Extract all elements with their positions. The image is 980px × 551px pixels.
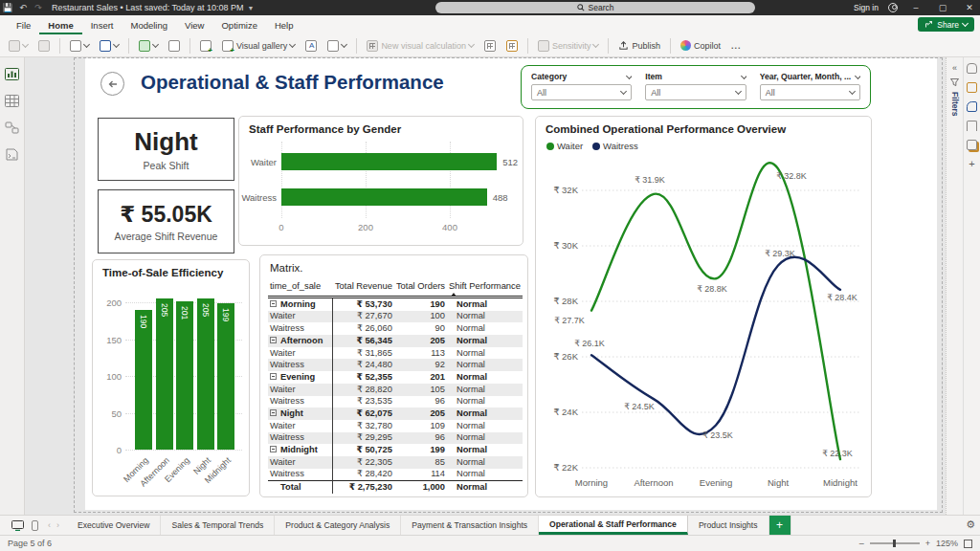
slicer-header[interactable]: Item (645, 72, 746, 81)
peak-shift-card[interactable]: Night Peak Shift (98, 118, 234, 181)
fit-to-page-icon[interactable] (964, 540, 972, 548)
save-icon[interactable]: 💾 (0, 3, 15, 12)
prev-page-arrow-icon[interactable]: ‹ (48, 520, 51, 530)
report-canvas[interactable]: Operational & Staff Performance Category… (25, 57, 946, 515)
efficiency-column-chart[interactable]: Time-of-Sale Efficiency 050100150200190M… (92, 259, 250, 496)
page-tab-executive-overview[interactable]: Executive Overview (67, 516, 161, 535)
menu-item-optimize[interactable]: Optimize (212, 17, 265, 34)
menu-item-file[interactable]: File (8, 17, 39, 34)
sensitivity-button[interactable]: Sensitivity (535, 38, 602, 54)
refresh-button[interactable] (166, 38, 183, 54)
table-row[interactable]: Waitress₹ 24,48092Normal (268, 359, 523, 371)
table-view-button[interactable] (5, 94, 20, 107)
table-row[interactable]: Midnight₹ 50,725199Normal (268, 444, 523, 456)
page-tab-payment-transaction-insights[interactable]: Payment & Transaction Insights (401, 516, 539, 535)
dax-query-view-button[interactable] (5, 147, 20, 161)
combined-line-chart[interactable]: Combined Operational Performance Overvie… (535, 116, 872, 497)
bar[interactable] (176, 301, 193, 450)
table-row[interactable]: Waiter₹ 32,780109Normal (268, 420, 523, 432)
table-row[interactable]: Evening₹ 52,355201Normal (268, 371, 523, 384)
table-row[interactable]: Total₹ 2,75,2301,000Normal (268, 481, 523, 494)
title-caret-icon[interactable]: ▼ (248, 5, 255, 11)
search-input[interactable]: Search (435, 2, 755, 13)
zoom-out-button[interactable]: – (859, 539, 864, 548)
sign-in-button[interactable]: Sign in (854, 3, 879, 12)
zoom-in-button[interactable]: + (925, 539, 930, 548)
bar[interactable] (156, 298, 173, 450)
new-visual-button[interactable] (197, 38, 214, 54)
table-row[interactable]: Waiter₹ 31,865113Normal (268, 347, 523, 360)
minimize-button[interactable]: – (907, 3, 924, 12)
new-page-button[interactable]: + (769, 516, 791, 535)
column-header[interactable]: time_of_sale (268, 278, 333, 298)
visual-gallery-button[interactable]: Visual gallery (219, 38, 298, 54)
bar[interactable] (281, 188, 487, 206)
table-row[interactable]: Afternoon₹ 56,345205Normal (268, 335, 523, 347)
format-pane-icon[interactable] (967, 101, 977, 112)
share-button[interactable]: Share (918, 17, 974, 32)
page-tab-product-insights[interactable]: Product Insights (688, 516, 769, 535)
table-row[interactable]: Waiter₹ 22,30585Normal (268, 456, 523, 469)
import-data-button[interactable] (97, 38, 122, 54)
collapse-icon[interactable] (270, 373, 277, 380)
desktop-layout-icon[interactable] (11, 520, 24, 531)
menu-item-insert[interactable]: Insert (82, 17, 122, 34)
new-measure-button[interactable] (481, 38, 499, 54)
selection-pane-icon[interactable] (967, 140, 977, 150)
page-tab-operational-staff-performance[interactable]: Operational & Staff Performance (539, 516, 688, 535)
menu-item-modeling[interactable]: Modeling (122, 17, 176, 34)
matrix-visual[interactable]: Matrix. time_of_saleTotal RevenueTotal O… (259, 254, 528, 497)
filters-pane-label[interactable]: Filters (950, 92, 960, 117)
avg-shift-revenue-card[interactable]: ₹ 55.05K Average Shift Revenue (98, 189, 234, 253)
slicer-dropdown[interactable]: All (531, 84, 632, 100)
table-row[interactable]: Morning₹ 53,730190Normal (268, 298, 523, 311)
mobile-layout-icon[interactable] (32, 520, 38, 531)
menu-item-view[interactable]: View (176, 17, 212, 34)
model-view-button[interactable] (5, 121, 20, 134)
redo-icon[interactable]: ↷ (31, 3, 46, 12)
maximize-button[interactable]: ▢ (934, 3, 951, 12)
zoom-slider[interactable] (870, 542, 920, 544)
slicer-header[interactable]: Category (531, 72, 632, 81)
copilot-button[interactable]: Copilot (678, 38, 724, 53)
table-row[interactable]: Waitress₹ 28,420114Normal (268, 469, 523, 481)
ribbon-more-button[interactable]: ... (728, 39, 745, 53)
next-page-arrow-icon[interactable]: › (56, 520, 59, 530)
column-header[interactable]: Shift Performance (447, 278, 523, 298)
quick-measure-button[interactable] (503, 38, 521, 54)
bar[interactable] (135, 310, 152, 450)
publish-button[interactable]: Publish (615, 38, 663, 53)
collapse-icon[interactable] (270, 446, 277, 452)
close-button[interactable]: ✕ (961, 3, 978, 12)
settings-gear-icon[interactable]: ⚙ (966, 518, 975, 531)
gender-bar-chart[interactable]: Staff Performance by Gender 0200400Waite… (238, 116, 523, 246)
zoom-slider-thumb[interactable] (893, 540, 896, 547)
table-row[interactable]: Waitress₹ 29,29596Normal (268, 432, 523, 445)
table-row[interactable]: Waiter₹ 27,670100Normal (268, 311, 523, 323)
report-view-button[interactable] (5, 67, 20, 80)
text-box-button[interactable] (302, 38, 320, 54)
data-pane-icon[interactable] (967, 63, 977, 74)
column-header[interactable]: Total Orders (394, 278, 447, 298)
slicer-dropdown[interactable]: All (760, 84, 860, 100)
account-avatar[interactable] (888, 3, 898, 12)
transform-data-button[interactable] (136, 38, 161, 54)
add-pane-icon[interactable]: + (967, 159, 977, 169)
table-row[interactable]: Waiter₹ 28,820105Normal (268, 384, 523, 396)
report-page[interactable]: Operational & Staff Performance Category… (85, 58, 937, 510)
filter-funnel-icon[interactable] (950, 78, 959, 86)
table-row[interactable]: Waitress₹ 26,06090Normal (268, 322, 523, 335)
table-row[interactable]: Night₹ 62,075205Normal (268, 408, 523, 420)
line-series-waiter[interactable] (591, 163, 840, 459)
new-visual-calculation-button[interactable]: New visual calculation (364, 38, 477, 54)
bar[interactable] (197, 298, 214, 450)
bookmarks-pane-icon[interactable] (967, 121, 977, 131)
menu-item-home[interactable]: Home (39, 17, 81, 34)
format-painter-button[interactable] (35, 38, 53, 54)
get-data-button[interactable] (67, 38, 92, 54)
page-tab-product-category-analysis[interactable]: Product & Category Analysis (275, 516, 401, 535)
expand-pane-icon[interactable]: « (952, 63, 957, 73)
collapse-icon[interactable] (270, 409, 277, 416)
page-tab-sales-temporal-trends[interactable]: Sales & Temporal Trends (161, 516, 275, 535)
collapse-icon[interactable] (270, 300, 277, 307)
